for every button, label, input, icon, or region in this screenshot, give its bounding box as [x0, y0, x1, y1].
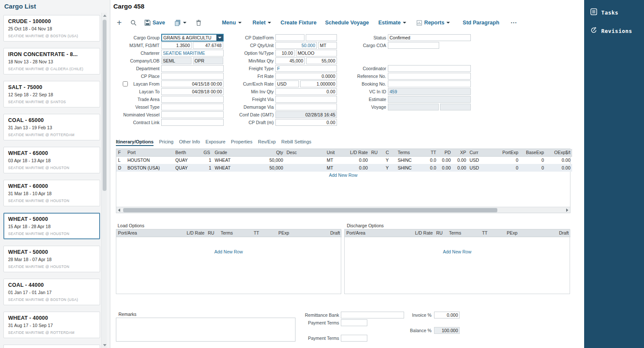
- itinerary-cell[interactable]: 0.00: [345, 164, 369, 172]
- copy-button[interactable]: [174, 20, 186, 26]
- itinerary-col-header[interactable]: PortExp: [486, 149, 520, 156]
- create-fixture-button[interactable]: Create Fixture: [281, 20, 316, 26]
- balance-pct-input[interactable]: [434, 327, 460, 334]
- invoice-pct-input[interactable]: [434, 312, 460, 318]
- load-options-col-header[interactable]: TT: [245, 229, 261, 237]
- itinerary-cell[interactable]: 0: [520, 164, 546, 172]
- itinerary-col-header[interactable]: Grade: [213, 149, 258, 156]
- status-input[interactable]: [388, 34, 471, 41]
- cargo-group-select[interactable]: GRAINS & AGRICULTU: [161, 34, 224, 42]
- tab-rebill-settings[interactable]: Rebill Settings: [281, 139, 311, 146]
- itinerary-cell[interactable]: [285, 164, 325, 172]
- itinerary-add-new-row-link[interactable]: Add New Row: [116, 173, 570, 178]
- itinerary-cell[interactable]: 50,000: [258, 156, 285, 164]
- discharge-options-col-header[interactable]: L/D Rate: [408, 229, 434, 237]
- discharge-options-add-new-row-link[interactable]: Add New Row: [345, 249, 570, 254]
- m3-mt-input[interactable]: [161, 42, 192, 49]
- itinerary-cell[interactable]: BOSTON (USA): [126, 164, 174, 172]
- save-button[interactable]: Save: [145, 20, 165, 26]
- search-button[interactable]: [130, 20, 137, 26]
- itinerary-col-header[interactable]: GS: [202, 149, 213, 156]
- estimate-button[interactable]: Estimate: [378, 20, 406, 26]
- itinerary-cell[interactable]: Y: [384, 156, 396, 164]
- itinerary-col-header[interactable]: Berth: [174, 149, 202, 156]
- coordinator-input[interactable]: [388, 65, 471, 72]
- company-input[interactable]: [161, 57, 192, 64]
- cargo-card[interactable]: COAL - 44000 01 Jan 17 - 01 Jan 17 SEATI…: [3, 279, 100, 305]
- itinerary-col-header[interactable]: Curr: [468, 149, 486, 156]
- load-options-col-header[interactable]: RU: [206, 229, 219, 237]
- more-button[interactable]: ⋯: [511, 19, 517, 27]
- min-qty-input[interactable]: [275, 57, 305, 64]
- discharge-options-col-header[interactable]: RU: [434, 229, 447, 237]
- tab-other-info[interactable]: Other Info: [179, 139, 200, 146]
- itinerary-cell[interactable]: Y: [384, 164, 396, 172]
- laycan-from-input[interactable]: [161, 80, 224, 87]
- cargo-card-selected[interactable]: WHEAT - 50000 15 Apr 18 - 28 Apr 18 SEAT…: [3, 213, 100, 239]
- remarks-textarea[interactable]: [116, 318, 295, 342]
- tasks-button[interactable]: Tasks: [584, 3, 644, 22]
- cargo-card[interactable]: IRON CONCENTRATE - 8... 18 Nov 13 - 28 N…: [3, 48, 100, 74]
- vc-in-id-input[interactable]: [388, 88, 471, 95]
- load-options-add-new-row-link[interactable]: Add New Row: [116, 249, 341, 254]
- itinerary-horizontal-scrollbar[interactable]: [116, 207, 570, 213]
- menu-button[interactable]: Menu: [222, 20, 242, 26]
- scrollbar-thumb[interactable]: [103, 20, 106, 191]
- itinerary-col-header[interactable]: F: [116, 149, 126, 156]
- discharge-options-col-header[interactable]: PExp: [489, 229, 519, 237]
- cp-draft-input[interactable]: [275, 119, 337, 126]
- itinerary-cell[interactable]: 0.00: [438, 156, 452, 164]
- relet-button[interactable]: Relet: [253, 20, 272, 26]
- payment-terms-input-2[interactable]: [341, 335, 367, 342]
- tab-properties[interactable]: Properties: [231, 139, 252, 146]
- payment-terms-input[interactable]: [341, 319, 367, 326]
- itinerary-cell[interactable]: USD: [468, 156, 486, 164]
- cargo-card[interactable]: WHEAT - 40000: [3, 345, 100, 348]
- scrollbar-thumb[interactable]: [123, 208, 497, 212]
- itinerary-cell[interactable]: 0.00: [452, 156, 468, 164]
- itinerary-col-header[interactable]: Port: [126, 149, 174, 156]
- cargo-card[interactable]: WHEAT - 65000 03 Apr 18 - 13 Apr 18 SEAT…: [3, 147, 100, 173]
- itinerary-cell[interactable]: 0.0: [423, 156, 438, 164]
- itinerary-cell[interactable]: 1: [202, 156, 213, 164]
- itinerary-cell[interactable]: L: [116, 156, 126, 164]
- discharge-options-col-header[interactable]: TT: [474, 229, 489, 237]
- itinerary-cell[interactable]: SHINC: [396, 164, 423, 172]
- itinerary-col-header[interactable]: Qty: [258, 149, 285, 156]
- lob-input[interactable]: [193, 57, 223, 64]
- scroll-right-icon[interactable]: [566, 208, 568, 212]
- scroll-down-icon[interactable]: [103, 344, 106, 346]
- tab-itinerary-options[interactable]: Itinerary/Options: [116, 139, 154, 146]
- option-pct-input[interactable]: [275, 50, 295, 57]
- remittance-bank-input[interactable]: [341, 312, 404, 318]
- schedule-voyage-button[interactable]: Schedule Voyage: [325, 20, 369, 26]
- reference-no-input[interactable]: [388, 73, 471, 80]
- itinerary-cell[interactable]: QUAY: [174, 164, 202, 172]
- itinerary-cell[interactable]: [369, 156, 384, 164]
- trade-area-input[interactable]: [161, 96, 224, 103]
- itinerary-col-header[interactable]: RU: [369, 149, 384, 156]
- cargo-coa-input[interactable]: [388, 42, 439, 49]
- load-options-col-header[interactable]: PExp: [261, 229, 291, 237]
- currency-input[interactable]: [275, 80, 299, 87]
- cargo-card[interactable]: WHEAT - 60000 31 Mar 18 - 10 Apr 18 SEAT…: [3, 180, 100, 206]
- laycan-to-input[interactable]: [161, 88, 224, 95]
- revisions-button[interactable]: Revisions: [584, 22, 644, 40]
- load-options-col-header[interactable]: L/D Rate: [180, 229, 206, 237]
- charterer-input[interactable]: [161, 50, 224, 57]
- cargo-card[interactable]: WHEAT - 50000 28 Mar 18 - 07 Apr 18 SEAT…: [3, 246, 100, 272]
- itinerary-cell[interactable]: MT: [325, 156, 345, 164]
- itinerary-col-header[interactable]: Unit: [325, 149, 345, 156]
- booking-no-input[interactable]: [388, 80, 471, 87]
- estimate-input[interactable]: [388, 96, 471, 103]
- itinerary-cell[interactable]: 0.00: [345, 156, 369, 164]
- itinerary-cell[interactable]: D: [116, 164, 126, 172]
- itinerary-cell[interactable]: 0: [486, 156, 520, 164]
- itinerary-cell[interactable]: 0.0: [423, 164, 438, 172]
- delete-button[interactable]: [196, 20, 201, 26]
- itinerary-cell[interactable]: WHEAT: [213, 164, 258, 172]
- itinerary-row-discharge[interactable]: D BOSTON (USA) QUAY 1 WHEAT 50,000 MT 0.…: [116, 164, 572, 172]
- reports-button[interactable]: Reports: [417, 20, 450, 26]
- itinerary-cell[interactable]: QUAY: [174, 156, 202, 164]
- itinerary-cell[interactable]: HOUSTON: [126, 156, 174, 164]
